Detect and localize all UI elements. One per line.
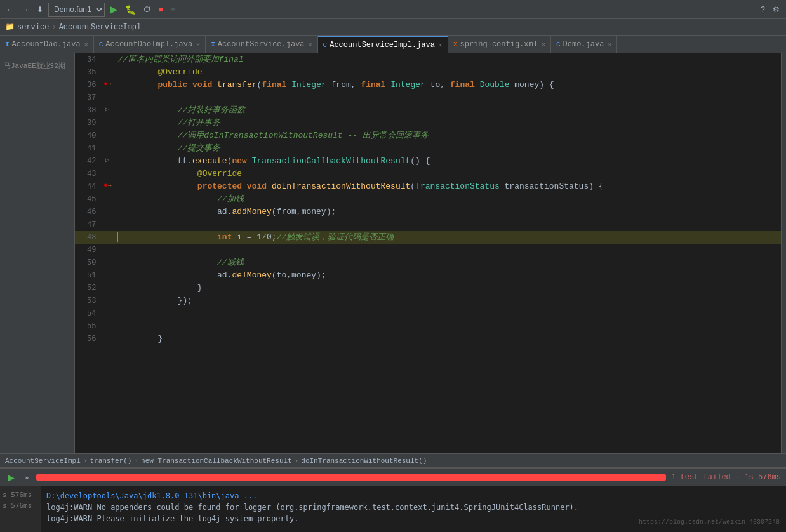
code-line[interactable]: int i = 1/0;//触发错误，验证代码是否正确	[113, 231, 781, 244]
tab-icon-c2: C	[323, 41, 328, 49]
time-column: s 576ms s 576ms	[0, 486, 41, 532]
more-button[interactable]: ≡	[168, 4, 178, 15]
test-panel: ▶ » 1 test failed - 1s 576ms s 576ms s 5…	[0, 467, 786, 532]
table-row: 41 //提交事务	[75, 142, 781, 155]
line-number: 46	[75, 206, 102, 218]
line-number: 36	[75, 79, 102, 91]
run-button[interactable]: ▶	[107, 2, 120, 17]
help-button[interactable]: ?	[758, 4, 768, 15]
code-line[interactable]: });	[113, 295, 781, 307]
bc-item-3[interactable]: new TransactionCallbackWithoutResult	[141, 457, 292, 465]
tab-accountservice[interactable]: I AccountService.java ✕	[206, 36, 317, 53]
time-item: s 576ms	[3, 501, 38, 512]
tab-close-accountdao[interactable]: ✕	[84, 41, 88, 48]
table-row: 50 //减钱	[75, 256, 781, 269]
tab-close-springconfig[interactable]: ✕	[542, 41, 545, 48]
line-number: 48	[75, 231, 102, 244]
tab-springconfig[interactable]: X spring-config.xml ✕	[448, 36, 551, 53]
code-line[interactable]	[113, 320, 781, 333]
code-line[interactable]	[113, 91, 781, 104]
tab-close-accountservice[interactable]: ✕	[309, 41, 312, 48]
table-row: 37	[75, 91, 781, 104]
code-line[interactable]: @Override	[113, 66, 781, 79]
code-line[interactable]: //打开事务	[113, 117, 781, 130]
gutter	[102, 218, 113, 231]
bc-item-1[interactable]: AccountServiceImpl	[5, 457, 81, 465]
code-line[interactable]: }	[113, 282, 781, 295]
editor-container: 马JavaEE就业32期 34 //匿名内部类访问外部要加final 35	[0, 53, 786, 453]
table-row: 44 ●→ protected void doInTransactionWith…	[75, 180, 781, 193]
run-config-dropdown[interactable]: Demo.fun1	[48, 3, 105, 17]
tab-label-accountservice: AccountService.java	[218, 40, 305, 49]
code-line[interactable]: //调用doInTransactionWithoutResult -- 出异常会…	[113, 130, 781, 142]
path-class[interactable]: AccountServiceImpl	[59, 23, 142, 32]
table-row: 34 //匿名内部类访问外部要加final	[75, 53, 781, 66]
test-progress-bar	[36, 474, 666, 481]
gutter	[102, 231, 113, 244]
code-line[interactable]: protected void doInTransactionWithoutRes…	[113, 180, 781, 193]
code-line[interactable]: //加钱	[113, 193, 781, 206]
code-line[interactable]	[113, 218, 781, 231]
code-line[interactable]: @Override	[113, 168, 781, 180]
tab-accountdaoimpl[interactable]: C AccountDaoImpl.java ✕	[94, 36, 206, 53]
build-button[interactable]: ⬇	[34, 4, 46, 15]
code-line[interactable]: ad.addMoney(from,money);	[113, 206, 781, 218]
tab-close-accountdaoimpl[interactable]: ✕	[196, 41, 200, 48]
bc-item-4[interactable]: doInTransactionWithoutResult()	[301, 457, 427, 465]
tab-close-accountserviceimpl[interactable]: ✕	[439, 41, 443, 49]
tab-accountserviceimpl[interactable]: C AccountServiceImpl.java ✕	[318, 36, 448, 53]
left-panel: 马JavaEE就业32期	[0, 53, 75, 453]
line-number: 51	[75, 269, 102, 282]
gutter: ●→	[102, 79, 113, 91]
test-status: 1 test failed - 1s 576ms	[671, 473, 781, 482]
breadcrumb-bottom: AccountServiceImpl › transfer() › new Tr…	[0, 453, 786, 467]
coverage-button[interactable]: ⏱	[141, 4, 154, 15]
table-row: 35 @Override	[75, 66, 781, 79]
stop-button[interactable]: ■	[156, 4, 166, 15]
table-row: 46 ad.addMoney(from,money);	[75, 206, 781, 218]
code-table: 34 //匿名内部类访问外部要加final 35 @Override 36 ●→…	[75, 53, 781, 345]
table-row: 54	[75, 307, 781, 320]
line-number: 50	[75, 256, 102, 269]
gutter	[102, 320, 113, 333]
gutter	[102, 244, 113, 256]
code-line[interactable]: }	[113, 333, 781, 345]
line-number: 52	[75, 282, 102, 295]
gutter	[102, 206, 113, 218]
line-number: 37	[75, 91, 102, 104]
code-editor[interactable]: 34 //匿名内部类访问外部要加final 35 @Override 36 ●→…	[75, 53, 781, 453]
forward-button[interactable]: →	[19, 4, 32, 15]
line-number: 45	[75, 193, 102, 206]
test-output-container: s 576ms s 576ms D:\developtools\Java\jdk…	[0, 486, 786, 532]
tab-close-demojava[interactable]: ✕	[608, 41, 611, 48]
gutter	[102, 307, 113, 320]
settings-button[interactable]: ⚙	[770, 4, 782, 15]
code-line[interactable]	[113, 244, 781, 256]
gutter	[102, 91, 113, 104]
tab-demojava[interactable]: C Demo.java ✕	[551, 36, 617, 53]
test-expand-btn[interactable]: »	[22, 472, 31, 482]
gutter	[102, 269, 113, 282]
bc-item-2[interactable]: transfer()	[90, 457, 131, 465]
line-number: 56	[75, 333, 102, 345]
back-button[interactable]: ←	[4, 4, 17, 15]
path-service[interactable]: service	[17, 23, 49, 32]
code-line[interactable]: public void transfer(final Integer from,…	[113, 79, 781, 91]
test-progress-bar-container	[36, 474, 666, 481]
code-line[interactable]	[113, 307, 781, 320]
code-line[interactable]: //封装好事务函数	[113, 104, 781, 117]
code-line[interactable]: //匿名内部类访问外部要加final	[113, 53, 781, 66]
test-toolbar: ▶ » 1 test failed - 1s 576ms	[0, 469, 786, 486]
tab-label-springconfig: spring-config.xml	[460, 40, 538, 49]
tab-icon-c3: C	[556, 41, 561, 48]
scrollbar[interactable]	[781, 53, 786, 453]
code-line[interactable]: tt.execute(new TransactionCallbackWithou…	[113, 155, 781, 168]
path-bar: 📁 service › AccountServiceImpl	[0, 19, 786, 36]
code-line[interactable]: ad.delMoney(to,money);	[113, 269, 781, 282]
debug-button[interactable]: 🐛	[123, 3, 138, 16]
code-line[interactable]: //减钱	[113, 256, 781, 269]
gutter	[102, 256, 113, 269]
tab-accountdao[interactable]: I AccountDao.java ✕	[0, 36, 94, 53]
code-line[interactable]: //提交事务	[113, 142, 781, 155]
test-panel-icon[interactable]: ▶	[5, 471, 17, 484]
